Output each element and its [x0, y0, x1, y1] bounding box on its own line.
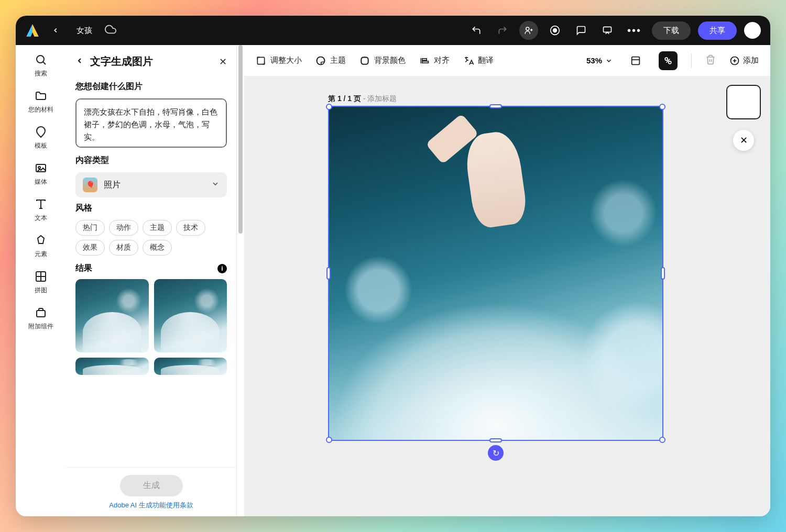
rail-grids-label: 拼图: [35, 286, 47, 295]
rail-templates-label: 模板: [35, 141, 47, 150]
results-grid: [75, 279, 227, 375]
svg-point-9: [38, 167, 40, 169]
page-title-placeholder: - 添加标题: [361, 94, 397, 103]
selected-canvas-image[interactable]: ↻: [328, 106, 663, 441]
tool-theme[interactable]: 主题: [315, 56, 346, 66]
result-thumbnail[interactable]: [154, 279, 227, 352]
terms-link[interactable]: Adobe AI 生成功能使用条款: [75, 501, 227, 510]
generate-button[interactable]: 生成: [120, 475, 183, 496]
main-area: 搜索 您的材料 模板 媒体 文本 元素: [16, 45, 770, 516]
tool-bgcolor[interactable]: 背景颜色: [359, 56, 406, 66]
svg-point-26: [669, 61, 671, 63]
rail-elements-label: 元素: [35, 250, 47, 259]
result-thumbnail[interactable]: [154, 358, 227, 375]
style-chip[interactable]: 动作: [109, 220, 138, 236]
comment-icon[interactable]: [572, 21, 591, 40]
zoom-control[interactable]: 53%: [586, 56, 613, 65]
result-thumbnail[interactable]: [75, 279, 149, 352]
tool-translate[interactable]: 翻译: [463, 56, 494, 66]
results-header: 结果 i: [75, 263, 227, 274]
app-window: 女孩 ••• 下载 共享 搜索 您的材料 模板: [16, 16, 770, 516]
rail-your-stuff[interactable]: 您的材料: [28, 90, 53, 114]
rail-elements[interactable]: 元素: [35, 234, 47, 259]
rail-grids[interactable]: 拼图: [35, 270, 47, 295]
invite-icon[interactable]: [519, 21, 538, 40]
resize-handle-top[interactable]: [489, 104, 502, 108]
style-chip[interactable]: 概念: [143, 240, 172, 256]
document-title[interactable]: 女孩: [71, 24, 97, 38]
text-to-image-panel: 文字生成图片 ✕ 您想创建什么图片 内容类型 🎈 照片 风格: [66, 45, 237, 516]
canvas-area: 调整大小 主题 背景颜色 对齐 翻译: [244, 45, 770, 516]
back-button[interactable]: [47, 22, 64, 39]
zoom-value: 53%: [586, 56, 602, 65]
panel-back-button[interactable]: [75, 57, 84, 67]
svg-rect-17: [257, 57, 264, 64]
prompt-input[interactable]: [75, 98, 227, 148]
redo-icon[interactable]: [493, 21, 512, 40]
svg-point-0: [526, 27, 529, 30]
rail-text[interactable]: 文本: [35, 198, 47, 223]
help-icon[interactable]: [545, 21, 564, 40]
download-button[interactable]: 下载: [652, 21, 691, 40]
panel-title: 文字生成图片: [90, 54, 213, 69]
rail-search[interactable]: 搜索: [35, 53, 47, 78]
ai-tools-icon[interactable]: [659, 51, 678, 70]
more-menu-icon[interactable]: •••: [624, 25, 645, 37]
rail-addons-label: 附加组件: [28, 322, 53, 331]
side-panel-wrap: 文字生成图片 ✕ 您想创建什么图片 内容类型 🎈 照片 风格: [66, 45, 244, 516]
svg-marker-12: [38, 236, 44, 243]
cloud-sync-icon[interactable]: [105, 24, 116, 37]
rail-media[interactable]: 媒体: [35, 162, 47, 186]
canvas-viewport[interactable]: 第 1 / 1 页 - 添加标题 ↻: [244, 76, 770, 516]
delete-icon[interactable]: [705, 54, 716, 67]
tool-resize[interactable]: 调整大小: [256, 56, 302, 66]
rail-your-stuff-label: 您的材料: [28, 105, 53, 114]
resize-handle-tr[interactable]: [659, 104, 665, 110]
undo-icon[interactable]: [467, 21, 486, 40]
svg-line-7: [43, 62, 46, 65]
close-side-button[interactable]: ✕: [733, 130, 754, 151]
user-avatar[interactable]: [744, 22, 761, 39]
tool-align[interactable]: 对齐: [419, 56, 450, 66]
panel-scrollbar[interactable]: [237, 45, 244, 516]
rail-templates[interactable]: 模板: [35, 126, 47, 150]
page-thumbnail[interactable]: [726, 85, 761, 119]
panel-body: 您想创建什么图片 内容类型 🎈 照片 风格 热门 动作 主题: [66, 76, 236, 467]
add-button[interactable]: 添加: [729, 56, 759, 66]
page-number: 第 1 / 1 页: [328, 94, 361, 103]
content-type-select[interactable]: 🎈 照片: [75, 172, 227, 197]
resize-handle-br[interactable]: [659, 437, 665, 443]
rail-search-label: 搜索: [35, 69, 47, 78]
chevron-down-icon: [211, 180, 220, 190]
content-type-value: 照片: [104, 180, 205, 191]
rail-addons[interactable]: 附加组件: [28, 306, 53, 331]
present-icon[interactable]: [598, 21, 617, 40]
page-indicator[interactable]: 第 1 / 1 页 - 添加标题: [328, 94, 397, 104]
resize-handle-left[interactable]: [326, 267, 331, 280]
rail-text-label: 文本: [35, 214, 47, 223]
svg-rect-22: [422, 61, 429, 62]
resize-handle-bottom[interactable]: [489, 438, 502, 442]
style-chip[interactable]: 主题: [143, 220, 172, 236]
tool-align-label: 对齐: [434, 56, 450, 65]
result-thumbnail[interactable]: [75, 358, 149, 375]
panel-close-button[interactable]: ✕: [219, 56, 227, 68]
share-button[interactable]: 共享: [698, 21, 737, 40]
resize-handle-tl[interactable]: [326, 104, 332, 110]
regenerate-button[interactable]: ↻: [488, 445, 504, 461]
style-chip[interactable]: 技术: [176, 220, 205, 236]
canvas-side-controls: ✕: [726, 85, 761, 151]
app-logo-icon[interactable]: [25, 23, 40, 38]
style-chips: 热门 动作 主题 技术 效果 材质 概念: [75, 220, 227, 256]
page-view-icon[interactable]: [626, 51, 645, 70]
style-chip[interactable]: 热门: [75, 220, 105, 236]
style-chip[interactable]: 材质: [109, 240, 138, 256]
info-icon[interactable]: i: [217, 264, 227, 273]
svg-point-25: [665, 58, 668, 60]
canvas-toolbar: 调整大小 主题 背景颜色 对齐 翻译: [244, 45, 770, 76]
resize-handle-bl[interactable]: [326, 437, 332, 443]
results-label: 结果: [75, 263, 92, 274]
tool-theme-label: 主题: [330, 56, 346, 65]
resize-handle-right[interactable]: [661, 267, 665, 280]
style-chip[interactable]: 效果: [75, 240, 105, 256]
